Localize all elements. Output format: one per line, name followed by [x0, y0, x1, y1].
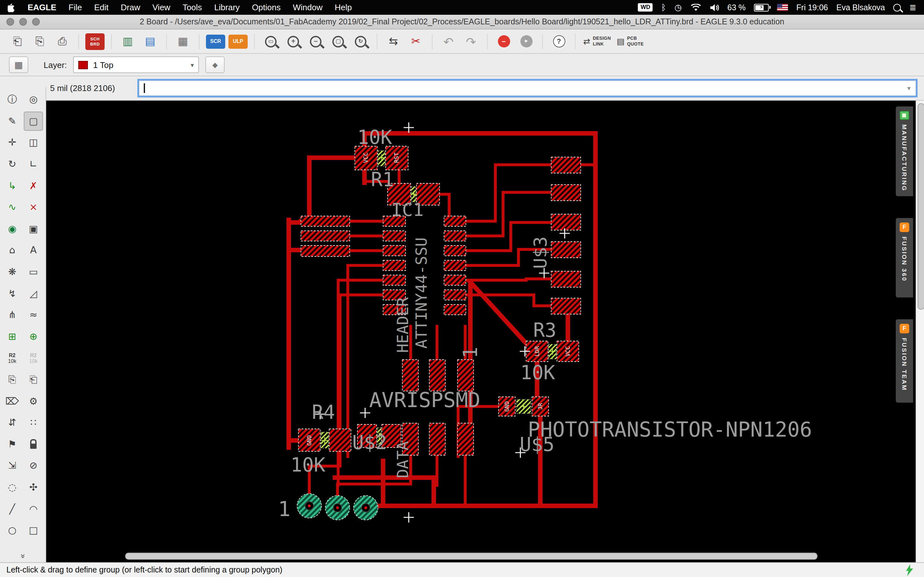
command-input[interactable]: [145, 83, 907, 93]
info-icon[interactable]: ⓘ: [3, 90, 22, 110]
redo-button[interactable]: ↷: [461, 32, 481, 51]
pcb-quote-button[interactable]: ▤ PCBQUOTE: [615, 32, 645, 51]
mirror-icon[interactable]: ◫: [24, 133, 43, 153]
drill-button[interactable]: ▤: [141, 32, 160, 51]
route-icon[interactable]: ↳: [3, 176, 22, 195]
menu-tools[interactable]: Tools: [183, 3, 202, 12]
help-button[interactable]: ?: [549, 32, 569, 51]
apple-icon[interactable]: [8, 3, 15, 12]
zoom-in-button[interactable]: +: [284, 32, 303, 51]
zoom-fit-button[interactable]: ▭: [261, 32, 280, 51]
wire-icon[interactable]: ∿: [3, 198, 22, 218]
rect-icon[interactable]: ▭: [24, 263, 43, 282]
align-icon[interactable]: ∟: [24, 155, 43, 174]
copy-icon[interactable]: ⎘: [3, 370, 22, 390]
dimension-icon[interactable]: ⇲: [3, 456, 22, 476]
polygon-icon[interactable]: ⌂: [3, 241, 22, 260]
split-icon[interactable]: ⋔: [3, 306, 22, 325]
grid-3d-button[interactable]: ▦: [173, 32, 192, 51]
show-icon[interactable]: ◎: [24, 90, 43, 110]
line-icon[interactable]: ╱: [3, 500, 22, 519]
new-button[interactable]: ⎗: [8, 32, 27, 51]
circle-icon[interactable]: ○: [3, 521, 22, 540]
tab-manufacturing[interactable]: MANUFACTURING: [896, 106, 913, 196]
ripup-icon[interactable]: ✗: [24, 176, 43, 195]
array-icon[interactable]: ∷: [24, 413, 43, 432]
layer-dropdown[interactable]: 1 Top ▾: [73, 56, 199, 73]
zoom-select-button[interactable]: ▢: [328, 32, 348, 51]
rectangle-icon[interactable]: □: [24, 521, 43, 540]
delete-segment-icon[interactable]: ×: [24, 198, 43, 218]
attribute-icon[interactable]: ⚑: [3, 435, 22, 454]
tab-fusion-team[interactable]: F FUSION TEAM: [896, 319, 913, 403]
horizontal-scrollbar[interactable]: [125, 553, 817, 560]
time-machine-icon[interactable]: ◷: [674, 3, 682, 12]
bluetooth-icon[interactable]: ᛒ: [661, 3, 666, 12]
wifi-icon[interactable]: [690, 3, 701, 11]
switch-sch-brd-button[interactable]: SCH BRD: [86, 33, 105, 50]
display-icon[interactable]: ✎: [3, 112, 22, 131]
group-icon[interactable]: ▢: [24, 112, 43, 131]
add-icon[interactable]: ⊞: [3, 327, 22, 347]
zoom-out-button[interactable]: −: [306, 32, 325, 51]
save-button[interactable]: ⎘: [30, 32, 49, 51]
menu-library[interactable]: Library: [214, 3, 240, 12]
design-link-button[interactable]: ⇄ DESIGNLINK: [582, 32, 612, 51]
name-tool-icon[interactable]: R210k: [3, 349, 22, 368]
us-flag-icon[interactable]: [777, 4, 788, 11]
menu-eagle[interactable]: EAGLE: [27, 3, 57, 12]
arc-icon[interactable]: ◠: [24, 500, 43, 519]
close-window-button[interactable]: [6, 18, 14, 26]
menu-help[interactable]: Help: [334, 3, 352, 12]
replace-icon[interactable]: ⊕: [24, 327, 43, 347]
hole-icon[interactable]: ◌: [3, 478, 22, 497]
text-icon[interactable]: A: [24, 241, 43, 260]
vertical-scrollbar[interactable]: [917, 103, 924, 309]
paste-icon[interactable]: ⎗: [24, 370, 43, 390]
value-tool-icon[interactable]: R210k: [24, 349, 43, 368]
move-icon[interactable]: ✛: [3, 133, 22, 153]
lock-icon[interactable]: [24, 435, 43, 454]
cam-button[interactable]: ▥: [118, 32, 137, 51]
meander-icon[interactable]: ≈: [24, 306, 43, 325]
pinswap-icon[interactable]: ⇵: [3, 413, 22, 432]
change-icon[interactable]: ⚙: [24, 392, 43, 411]
mitre-button[interactable]: ✂: [406, 32, 425, 51]
restrict-icon[interactable]: ⊘: [24, 456, 43, 476]
spotlight-icon[interactable]: [893, 3, 901, 11]
rotate-icon[interactable]: ↻: [3, 155, 22, 174]
command-history-chevron-icon[interactable]: ▾: [907, 85, 911, 92]
zoom-window-button[interactable]: [32, 18, 40, 26]
menu-options[interactable]: Options: [252, 3, 281, 12]
vertical-scrollbar-track[interactable]: [916, 101, 924, 562]
stop-button[interactable]: –: [494, 32, 513, 51]
notification-center-icon[interactable]: ≣: [909, 3, 916, 12]
menu-file[interactable]: File: [69, 3, 82, 12]
run-script-button[interactable]: SCR: [206, 34, 225, 48]
menu-window[interactable]: Window: [293, 3, 323, 12]
smd-icon[interactable]: ▣: [24, 219, 43, 239]
menu-view[interactable]: View: [152, 3, 170, 12]
zoom-redraw-button[interactable]: ↻: [351, 32, 370, 51]
mark-icon[interactable]: ✣: [24, 478, 43, 497]
volume-icon[interactable]: [709, 3, 719, 11]
print-button[interactable]: ⎙: [53, 32, 72, 51]
board-canvas[interactable]: 10KR1IC1ATTINY44-SSUHEADERU$3R310K1AVRIS…: [46, 101, 924, 562]
ratsnest-icon[interactable]: ❋: [3, 263, 22, 282]
more-tools-icon[interactable]: »: [18, 554, 27, 559]
minimize-window-button[interactable]: [19, 18, 27, 26]
go-button[interactable]: ‣: [517, 32, 536, 51]
tab-fusion-360[interactable]: F FUSION 360: [896, 218, 913, 298]
menu-edit[interactable]: Edit: [94, 3, 109, 12]
wd-badge[interactable]: WD: [638, 3, 653, 11]
signal-icon[interactable]: ↯: [3, 284, 22, 303]
grid-settings-button[interactable]: ▦: [9, 56, 28, 73]
via-icon[interactable]: ◉: [3, 219, 22, 239]
swap-button[interactable]: ⇆: [384, 32, 403, 51]
delete-icon[interactable]: ⌦: [3, 392, 22, 411]
menu-clock[interactable]: Fri 19:06: [796, 3, 828, 12]
user-name[interactable]: Eva Blsakova: [837, 3, 885, 12]
menu-draw[interactable]: Draw: [121, 3, 140, 12]
undo-button[interactable]: ↶: [439, 32, 458, 51]
battery-icon[interactable]: ⚡: [754, 3, 769, 11]
